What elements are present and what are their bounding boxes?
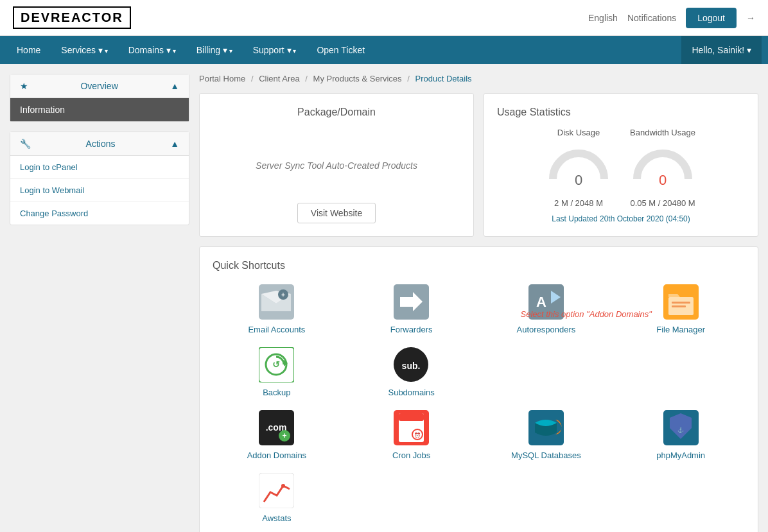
breadcrumb-sep-1: /: [251, 74, 254, 83]
svg-point-33: [281, 484, 285, 488]
bandwidth-value: 0: [631, 172, 695, 189]
language-selector[interactable]: English: [588, 13, 618, 23]
nav-support[interactable]: Support ▾: [243, 36, 307, 64]
shortcut-cron-jobs[interactable]: ⏰ Cron Jobs: [347, 410, 476, 460]
email-accounts-label: Email Accounts: [248, 325, 305, 334]
package-card-title: Package/Domain: [297, 107, 376, 118]
chevron-up-icon: ▲: [170, 81, 179, 91]
shortcut-backup[interactable]: ↺ Backup: [213, 347, 341, 397]
disk-amount: 2 M / 2048 M: [554, 198, 603, 208]
backup-label: Backup: [263, 388, 290, 397]
star-icon: ★: [20, 81, 28, 91]
svg-text:⏰: ⏰: [414, 432, 421, 438]
nav-billing-dropdown[interactable]: Billing ▾: [186, 36, 243, 64]
sidebar-login-cpanel[interactable]: Login to cPanel: [10, 156, 189, 179]
svg-text:↺: ↺: [272, 359, 280, 370]
bandwidth-used: 0.05 M: [630, 198, 656, 208]
shortcut-phpmyadmin[interactable]: ⚓ phpMyAdmin: [616, 410, 745, 460]
nav-home[interactable]: Home: [6, 36, 51, 64]
mysql-icon: [528, 410, 564, 445]
cron-jobs-label: Cron Jobs: [392, 450, 430, 460]
overview-label: Overview: [80, 81, 118, 91]
nav-services-dropdown[interactable]: Services ▾: [51, 36, 118, 64]
nav-services[interactable]: Services ▾: [51, 36, 118, 64]
shortcut-mysql[interactable]: MySQL Databases: [482, 410, 611, 460]
svg-text:A: A: [536, 294, 546, 310]
shortcut-subdomains[interactable]: sub. Subdomains: [347, 347, 476, 397]
information-label: Information: [20, 105, 65, 115]
mysql-label: MySQL Databases: [511, 450, 581, 460]
shortcuts-title: Quick Shortcuts: [213, 260, 745, 271]
breadcrumb-sep-3: /: [407, 74, 410, 83]
usage-card: Usage Statistics Disk Usage 0: [484, 93, 758, 237]
sidebar-information-item[interactable]: Information: [10, 98, 189, 121]
notifications-button[interactable]: Notifications: [627, 13, 676, 23]
logout-button[interactable]: Logout: [686, 8, 737, 28]
svg-text:sub.: sub.: [402, 361, 421, 371]
user-menu[interactable]: Hello, Sainik! ▾: [681, 36, 762, 64]
svg-text:⚓: ⚓: [677, 427, 684, 433]
breadcrumb-client-area[interactable]: Client Area: [259, 74, 300, 83]
package-card: Package/Domain Server Sync Tool Auto-Cre…: [199, 93, 474, 237]
nav-domains-dropdown[interactable]: Domains ▾: [118, 36, 186, 64]
usage-grid: Disk Usage 0 2 M / 2048 M: [497, 128, 745, 208]
disk-usage-label: Disk Usage: [557, 128, 600, 137]
breadcrumb-sep-2: /: [305, 74, 308, 83]
disk-total: 2048 M: [575, 198, 603, 208]
nav-domains[interactable]: Domains ▾: [118, 36, 186, 64]
forwarders-icon: [394, 284, 429, 320]
sidebar-change-password[interactable]: Change Password: [10, 202, 189, 225]
wrench-icon: 🔧: [20, 139, 31, 149]
breadcrumb-my-products[interactable]: My Products & Services: [313, 74, 402, 83]
sidebar-overview-section: ★ Overview ▲ Information: [10, 74, 189, 122]
domain-text: Server Sync Tool Auto-Created Products: [256, 160, 417, 171]
exit-icon[interactable]: →: [746, 13, 755, 23]
usage-updated: Last Updated 20th October 2020 (04:50): [497, 214, 745, 223]
header-right: English Notifications Logout →: [588, 8, 755, 28]
svg-rect-12: [672, 305, 686, 307]
shortcuts-card: Quick Shortcuts + Email Accounts: [199, 246, 758, 532]
nav-support-dropdown[interactable]: Support ▾: [243, 36, 307, 64]
visit-website-button[interactable]: Visit Website: [297, 203, 376, 223]
addon-annotation-text: Select this option "Addon Domains": [521, 309, 652, 319]
breadcrumb: Portal Home / Client Area / My Products …: [199, 74, 758, 83]
svg-rect-32: [259, 473, 294, 508]
phpmyadmin-icon: ⚓: [663, 410, 699, 445]
svg-rect-25: [399, 413, 424, 421]
bandwidth-amount: 0.05 M / 20480 M: [630, 198, 695, 208]
svg-text:+: +: [283, 431, 287, 440]
shortcut-awstats[interactable]: Awstats: [213, 473, 341, 523]
disk-usage-item: Disk Usage 0 2 M / 2048 M: [546, 128, 611, 208]
nav-open-ticket[interactable]: Open Ticket: [306, 36, 375, 64]
nav-billing[interactable]: Billing ▾: [186, 36, 243, 64]
top-cards-row: Package/Domain Server Sync Tool Auto-Cre…: [199, 93, 758, 237]
backup-icon: ↺: [259, 347, 294, 382]
usage-card-title: Usage Statistics: [497, 107, 745, 118]
svg-text:+: +: [281, 291, 285, 298]
subdomains-icon: sub.: [394, 347, 429, 382]
breadcrumb-portal-home[interactable]: Portal Home: [199, 74, 245, 83]
sidebar-actions-section: 🔧 Actions ▲ Login to cPanel Login to Web…: [10, 132, 189, 225]
shortcut-forwarders[interactable]: Forwarders: [347, 284, 476, 334]
sidebar-actions-header[interactable]: 🔧 Actions ▲: [10, 132, 189, 156]
shortcut-email-accounts[interactable]: + Email Accounts: [213, 284, 341, 334]
svg-rect-11: [672, 302, 690, 304]
awstats-label: Awstats: [262, 513, 291, 523]
navbar-user[interactable]: Hello, Sainik! ▾: [681, 36, 762, 64]
cron-jobs-icon: ⏰: [394, 410, 429, 445]
navbar: Home Services ▾ Domains ▾ Billing ▾ Supp…: [0, 36, 768, 64]
sidebar-overview-header[interactable]: ★ Overview ▲: [10, 74, 189, 98]
bandwidth-usage-item: Bandwidth Usage 0 0.05 M / 20480 M: [630, 128, 695, 208]
addon-domains-icon: .com +: [259, 410, 294, 445]
sidebar-login-webmail[interactable]: Login to Webmail: [10, 179, 189, 202]
chevron-up-icon-2: ▲: [170, 139, 179, 149]
content-area: Portal Home / Client Area / My Products …: [199, 74, 758, 532]
addon-annotation-text-area: Select this option "Addon Domains": [521, 309, 746, 397]
disk-value: 0: [546, 172, 611, 189]
shortcut-addon-domains[interactable]: .com + Addon Domains ←: [213, 410, 341, 460]
header: DEVREACTOR English Notifications Logout …: [0, 0, 768, 36]
breadcrumb-current: Product Details: [415, 74, 471, 83]
disk-used: 2 M: [554, 198, 568, 208]
bandwidth-usage-label: Bandwidth Usage: [630, 128, 695, 137]
phpmyadmin-label: phpMyAdmin: [656, 450, 705, 460]
